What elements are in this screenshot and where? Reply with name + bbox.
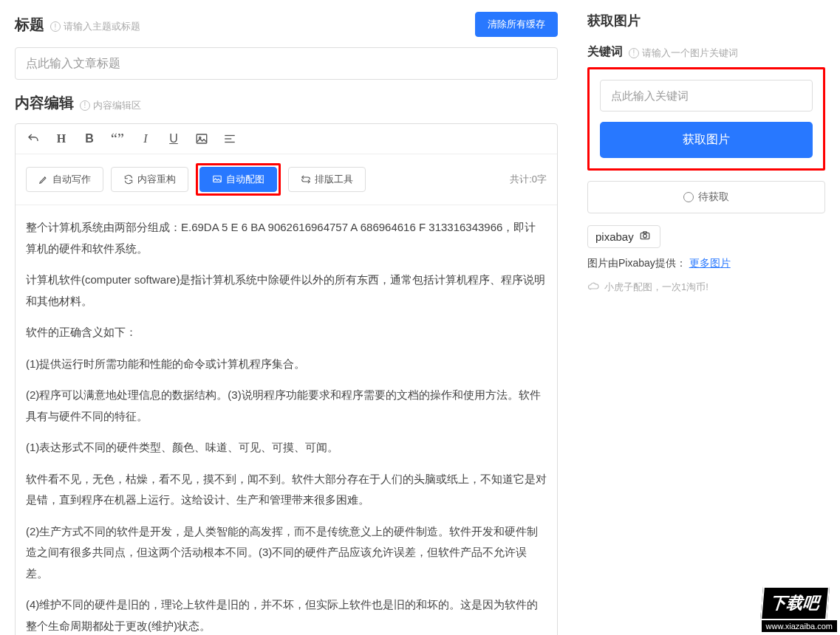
content-edit-label: 内容编辑 xyxy=(15,93,74,113)
content-edit-hint: ! 内容编辑区 xyxy=(80,99,141,112)
watermark: 下载吧 www.xiazaiba.com xyxy=(762,586,837,632)
info-icon: ! xyxy=(629,48,639,58)
get-image-title: 获取图片 xyxy=(587,12,825,30)
paragraph: (2)程序可以满意地处理信息的数据结构。(3)说明程序功能要求和程序需要的文档的… xyxy=(26,385,547,427)
cloud-icon xyxy=(587,282,601,293)
auto-image-button[interactable]: 自动配图 xyxy=(199,167,277,192)
more-images-link[interactable]: 更多图片 xyxy=(689,257,731,269)
watermark-text: 下载吧 xyxy=(760,586,830,620)
heading-icon[interactable]: H xyxy=(54,131,69,146)
paragraph: 计算机软件(computer software)是指计算机系统中除硬件以外的所有… xyxy=(26,270,547,312)
image-credit: 图片由Pixabay提供： 更多图片 xyxy=(587,257,825,270)
underline-icon[interactable]: U xyxy=(166,131,181,146)
word-count: 共计:0字 xyxy=(510,173,547,186)
content-edit-header: 内容编辑 ! 内容编辑区 xyxy=(15,93,558,113)
paragraph: (4)维护不同的硬件是旧的，理论上软件是旧的，并不坏，但实际上软件也是旧的和坏的… xyxy=(26,594,547,635)
title-hint: ! 请输入主题或标题 xyxy=(50,20,140,33)
keyword-label: 关键词 xyxy=(587,44,623,60)
pixabay-badge: pixabay xyxy=(587,225,660,248)
auto-write-button[interactable]: 自动写作 xyxy=(26,167,103,192)
main-panel: 标题 ! 请输入主题或标题 清除所有缓存 内容编辑 ! 内容编辑区 xyxy=(0,0,573,635)
title-label: 标题 xyxy=(15,15,44,35)
paragraph: 整个计算机系统由两部分组成：E.69DA 5 E 6 BA 9062616964… xyxy=(26,217,547,259)
svg-rect-5 xyxy=(214,176,222,182)
title-input[interactable] xyxy=(15,47,558,80)
action-toolbar: 自动写作 内容重构 自动配图 排版工具 共计:0字 xyxy=(16,154,557,205)
auto-image-highlight: 自动配图 xyxy=(196,163,281,196)
paragraph: 软件看不见，无色，枯燥，看不见，摸不到，闻不到。软件大部分存在于人们的头脑或纸上… xyxy=(26,469,547,511)
paragraph: 软件的正确含义如下： xyxy=(26,322,547,343)
svg-point-7 xyxy=(643,234,646,238)
get-image-button[interactable]: 获取图片 xyxy=(600,122,813,158)
align-icon[interactable] xyxy=(222,131,237,146)
editor-box: H B “” I U 自动写作 内容重构 xyxy=(15,123,558,635)
svg-rect-8 xyxy=(643,232,646,233)
undo-icon[interactable] xyxy=(26,131,41,146)
camera-icon xyxy=(638,230,652,243)
info-icon: ! xyxy=(80,100,90,111)
info-icon: ! xyxy=(50,21,61,32)
watermark-url: www.xiazaiba.com xyxy=(762,620,837,632)
footer-note: 小虎子配图，一次1淘币! xyxy=(587,281,825,294)
circle-icon xyxy=(683,192,694,202)
italic-icon[interactable]: I xyxy=(138,131,153,146)
clear-cache-button[interactable]: 清除所有缓存 xyxy=(475,12,558,37)
keyword-hint: ! 请输入一个图片关键词 xyxy=(629,47,738,60)
bold-icon[interactable]: B xyxy=(82,131,97,146)
svg-rect-0 xyxy=(197,134,207,143)
format-toolbar: H B “” I U xyxy=(16,124,557,154)
keyword-input[interactable] xyxy=(600,80,813,111)
pending-status: 待获取 xyxy=(587,181,825,213)
quote-icon[interactable]: “” xyxy=(110,131,125,146)
content-area[interactable]: 整个计算机系统由两部分组成：E.69DA 5 E 6 BA 9062616964… xyxy=(16,205,557,635)
paragraph: (1)表达形式不同的硬件类型、颜色、味道、可见、可摸、可闻。 xyxy=(26,437,547,459)
paragraph: (2)生产方式不同的软件是开发，是人类智能的高发挥，而不是传统意义上的硬件制造。… xyxy=(26,521,547,585)
paragraph: (1)提供运行时所需功能和性能的命令或计算机程序集合。 xyxy=(26,354,547,375)
content-restructure-button[interactable]: 内容重构 xyxy=(111,167,188,192)
keyword-highlight-box: 获取图片 xyxy=(587,67,825,171)
sidebar-panel: 获取图片 关键词 ! 请输入一个图片关键词 获取图片 待获取 pixabay 图… xyxy=(573,0,840,635)
layout-tool-button[interactable]: 排版工具 xyxy=(288,167,366,192)
image-icon[interactable] xyxy=(194,131,209,146)
title-header: 标题 ! 请输入主题或标题 清除所有缓存 xyxy=(15,12,558,37)
